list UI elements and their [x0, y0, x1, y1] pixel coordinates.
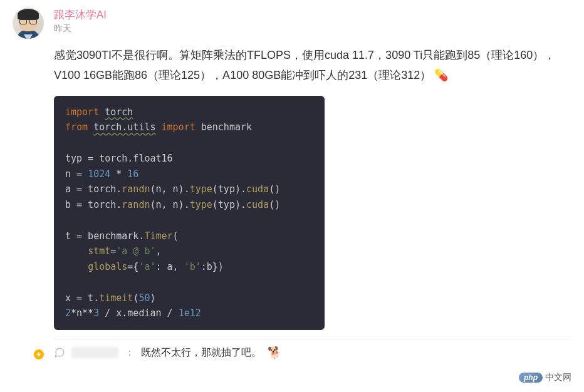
code-line: typ = torch.float16: [65, 151, 313, 167]
post-text-content: 感觉3090TI不是很行啊。算矩阵乘法的TFLOPS，使用cuda 11.7，3…: [54, 49, 555, 81]
code-module: torch.utils: [93, 121, 155, 133]
code-text: ): [150, 292, 155, 304]
watermark-text: 中文网: [545, 372, 571, 383]
commenter-name-blurred[interactable]: [71, 347, 118, 358]
code-number: 50: [138, 292, 150, 304]
code-args: (n, n).: [150, 199, 189, 210]
code-string: 'a': [138, 261, 155, 272]
code-number: 2: [65, 307, 71, 319]
code-keyword: import: [65, 106, 99, 118]
code-op: *n**: [71, 307, 93, 319]
code-function: randn: [122, 183, 150, 195]
code-op: ={: [127, 261, 138, 272]
code-function: timeit: [99, 292, 133, 304]
code-number: 3: [93, 307, 99, 319]
code-number: 1024: [88, 168, 110, 180]
watermark: php 中文网: [519, 372, 571, 383]
code-args: (n, n).: [150, 183, 189, 195]
post-timestamp: 昨天: [54, 23, 571, 34]
dog-emoji-icon: 🐕: [268, 346, 281, 359]
code-function: randn: [122, 199, 150, 210]
code-function: cuda: [246, 183, 269, 195]
code-number: 1e12: [179, 307, 201, 319]
code-param: stmt: [88, 245, 110, 257]
code-op: *: [110, 168, 127, 180]
post-content: 跟李沐学AI 昨天 感觉3090TI不是很行啊。算矩阵乘法的TFLOPS，使用c…: [54, 8, 571, 359]
code-text: n =: [65, 168, 88, 180]
code-module: torch: [105, 106, 133, 118]
code-args: (typ).: [212, 199, 246, 210]
code-text: : a,: [156, 261, 184, 272]
author-name[interactable]: 跟李沐学AI: [54, 8, 571, 22]
code-function: type: [190, 199, 212, 210]
comment-bar: ： 既然不太行，那就抽了吧。 🐕: [54, 339, 571, 359]
verified-badge-icon: [33, 348, 45, 361]
code-string: 'b': [184, 261, 201, 272]
code-paren: (: [173, 230, 179, 242]
watermark-brand-icon: php: [519, 373, 543, 383]
code-function: cuda: [246, 199, 269, 210]
avatar: [13, 8, 44, 39]
comment-text: 既然不太行，那就抽了吧。: [141, 346, 261, 359]
code-function: type: [190, 183, 212, 195]
avatar-container[interactable]: [13, 8, 44, 359]
code-text: (): [269, 199, 280, 210]
code-text: b = torch.: [65, 199, 122, 210]
pill-emoji-icon: 💊: [434, 66, 448, 86]
code-indent: [65, 245, 88, 257]
code-text: t = benchmark.: [65, 230, 144, 242]
commenter-colon: ：: [125, 346, 135, 359]
code-text: ,: [156, 245, 162, 257]
code-function: Timer: [144, 230, 172, 242]
code-keyword: import: [162, 121, 196, 133]
code-text: x = t.: [65, 292, 99, 304]
code-args: (typ).: [212, 183, 246, 195]
code-text: :b}): [201, 261, 224, 272]
code-number: 16: [127, 168, 138, 180]
code-param: globals: [88, 261, 127, 272]
code-keyword: from: [65, 121, 88, 133]
code-indent: [65, 261, 88, 272]
social-post: 跟李沐学AI 昨天 感觉3090TI不是很行啊。算矩阵乘法的TFLOPS，使用c…: [13, 8, 571, 359]
code-string: 'a @ b': [116, 245, 155, 257]
code-op: / x.median /: [99, 307, 178, 319]
code-op: =: [110, 245, 116, 257]
post-body-text: 感觉3090TI不是很行啊。算矩阵乘法的TFLOPS，使用cuda 11.7，3…: [54, 46, 571, 86]
code-identifier: benchmark: [201, 121, 252, 133]
code-text: a = torch.: [65, 183, 122, 195]
code-snippet: import torch from torch.utils import ben…: [54, 96, 325, 331]
comment-icon[interactable]: [54, 347, 65, 358]
code-text: (): [269, 183, 280, 195]
